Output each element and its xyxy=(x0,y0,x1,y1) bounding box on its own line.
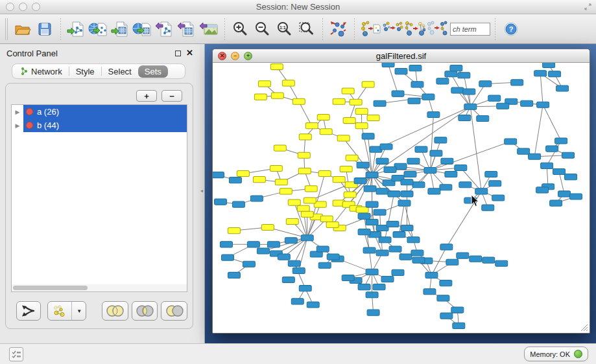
graph-node[interactable] xyxy=(367,310,379,315)
graph-node[interactable] xyxy=(229,177,241,183)
graph-node[interactable] xyxy=(316,246,329,252)
graph-node[interactable] xyxy=(247,242,259,247)
graph-node[interactable] xyxy=(536,187,549,193)
graph-node-selected[interactable] xyxy=(271,93,283,98)
graph-node[interactable] xyxy=(445,172,457,177)
graph-node-selected[interactable] xyxy=(326,222,339,227)
graph-node[interactable] xyxy=(565,174,577,180)
graph-node[interactable] xyxy=(285,238,297,244)
create-set-from-network-button[interactable]: ▼ xyxy=(47,301,86,321)
graph-node[interactable] xyxy=(374,209,386,215)
add-set-button[interactable]: + xyxy=(136,90,157,102)
split-set-button[interactable] xyxy=(16,301,41,321)
graph-node[interactable] xyxy=(307,302,319,308)
graph-node[interactable] xyxy=(463,89,475,95)
graph-node[interactable] xyxy=(430,150,442,156)
graph-node[interactable] xyxy=(366,172,378,178)
graph-node[interactable] xyxy=(228,272,240,278)
graph-node[interactable] xyxy=(364,186,376,192)
graph-node-selected[interactable] xyxy=(367,115,379,120)
graph-edge[interactable] xyxy=(534,105,543,157)
graph-node[interactable] xyxy=(398,200,411,206)
graph-node-selected[interactable] xyxy=(275,179,287,185)
graph-node[interactable] xyxy=(488,95,501,101)
graph-edge[interactable] xyxy=(376,107,471,150)
graph-edge[interactable] xyxy=(543,105,561,141)
graph-node-selected[interactable] xyxy=(305,186,317,192)
graph-node[interactable] xyxy=(424,167,436,173)
graph-node[interactable] xyxy=(318,262,331,268)
graph-node[interactable] xyxy=(550,200,562,206)
graph-node[interactable] xyxy=(518,148,530,154)
import-table-file-button[interactable] xyxy=(110,17,132,41)
graph-node-selected[interactable] xyxy=(298,168,311,174)
graph-node[interactable] xyxy=(558,191,571,197)
graph-node[interactable] xyxy=(458,73,470,78)
import-table-web-button[interactable] xyxy=(132,17,154,41)
graph-node[interactable] xyxy=(374,100,386,106)
graph-node-selected[interactable] xyxy=(344,192,356,198)
new-network-selected-nodes-edges-button[interactable] xyxy=(381,17,403,41)
graph-node-selected[interactable] xyxy=(355,123,368,129)
graph-node[interactable] xyxy=(288,260,300,266)
graph-node[interactable] xyxy=(366,292,378,298)
graph-node[interactable] xyxy=(479,81,492,87)
graph-node[interactable] xyxy=(366,219,378,225)
graph-node-selected[interactable] xyxy=(280,188,292,194)
intersection-sets-button[interactable] xyxy=(132,301,158,321)
graph-node[interactable] xyxy=(455,165,467,170)
tab-network[interactable]: Network xyxy=(14,65,69,78)
graph-node[interactable] xyxy=(457,253,469,258)
graph-node[interactable] xyxy=(267,242,280,247)
graph-node[interactable] xyxy=(214,199,226,205)
graph-node[interactable] xyxy=(529,154,541,159)
graph-node[interactable] xyxy=(278,254,290,260)
graph-node[interactable] xyxy=(534,71,547,76)
graph-node[interactable] xyxy=(475,188,488,194)
graph-node-selected[interactable] xyxy=(305,123,318,129)
graph-node[interactable] xyxy=(428,188,440,194)
graph-node-selected[interactable] xyxy=(282,80,294,86)
graph-node[interactable] xyxy=(213,172,224,178)
set-row[interactable]: ▶a (26) xyxy=(12,105,187,119)
graph-node[interactable] xyxy=(384,166,396,172)
graph-node-selected[interactable] xyxy=(333,177,345,183)
graph-node-selected[interactable] xyxy=(304,198,316,203)
graph-node-selected[interactable] xyxy=(297,205,309,211)
graph-node[interactable] xyxy=(327,254,339,260)
graph-node[interactable] xyxy=(445,71,457,77)
graph-node[interactable] xyxy=(485,172,497,177)
graph-node[interactable] xyxy=(358,229,370,235)
graph-node-selected[interactable] xyxy=(346,155,358,161)
graph-node[interactable] xyxy=(435,137,447,143)
graph-node[interactable] xyxy=(451,307,464,313)
graph-node[interactable] xyxy=(299,286,311,291)
union-sets-button[interactable] xyxy=(102,301,128,321)
zoom-fit-selected-button[interactable] xyxy=(296,17,318,41)
graph-node-selected[interactable] xyxy=(292,98,305,104)
graph-edge[interactable] xyxy=(559,172,564,194)
graph-node-selected[interactable] xyxy=(237,170,249,176)
graph-node[interactable] xyxy=(489,181,501,187)
graph-node-selected[interactable] xyxy=(301,211,313,217)
graph-node[interactable] xyxy=(570,194,582,199)
graph-node-selected[interactable] xyxy=(343,118,355,124)
graph-node-selected[interactable] xyxy=(350,99,362,105)
close-panel-icon[interactable]: ✕ xyxy=(186,50,193,56)
tab-select[interactable]: Select xyxy=(102,65,138,78)
graph-edge[interactable] xyxy=(385,194,394,240)
sets-list[interactable]: ▶a (26)▶b (44) xyxy=(11,104,187,292)
graph-node[interactable] xyxy=(422,94,435,100)
graph-node-selected[interactable] xyxy=(340,166,352,172)
import-network-web-button[interactable] xyxy=(88,17,110,41)
new-network-from-selection-button[interactable] xyxy=(359,17,381,41)
graph-node-selected[interactable] xyxy=(317,114,329,120)
float-panel-icon[interactable] xyxy=(175,51,181,56)
apply-layout-button[interactable] xyxy=(328,17,350,41)
graph-node[interactable] xyxy=(411,82,423,87)
task-history-button[interactable] xyxy=(9,347,23,361)
graph-edge[interactable] xyxy=(540,73,543,105)
graph-node[interactable] xyxy=(392,91,404,97)
graph-node[interactable] xyxy=(537,102,549,108)
graph-node[interactable] xyxy=(401,191,413,197)
